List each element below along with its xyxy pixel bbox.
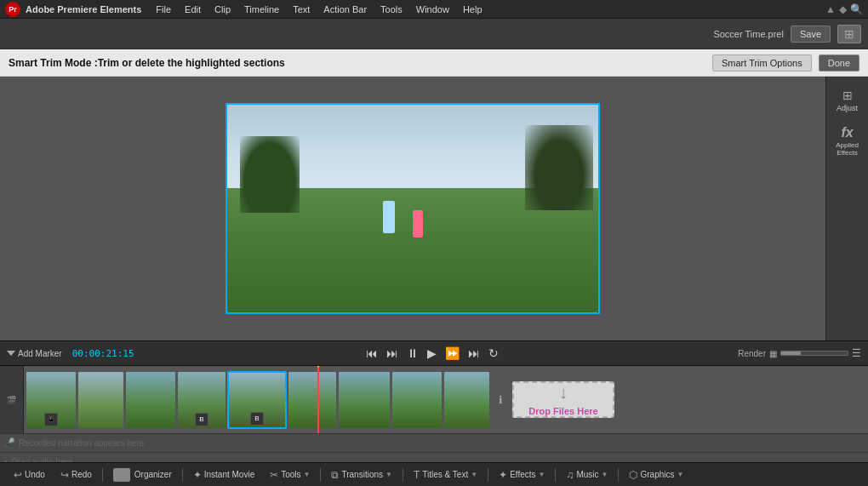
tree-left — [240, 136, 300, 213]
playhead[interactable] — [317, 366, 319, 433]
render-progress-bar — [780, 351, 848, 356]
applied-effects-label: Applied Effects — [832, 141, 863, 157]
graphics-icon: ⬡ — [629, 469, 637, 481]
clip-2-thumbnail — [78, 372, 123, 428]
menu-file[interactable]: File — [150, 3, 177, 16]
tools-arrow: ▼ — [304, 471, 311, 478]
minimize-icon[interactable]: ▲ — [825, 3, 836, 15]
playhead-top — [313, 366, 323, 368]
music-arrow: ▼ — [602, 471, 608, 478]
redo-icon: ↪ — [60, 469, 69, 481]
menu-text[interactable]: Text — [287, 3, 316, 16]
play-button[interactable]: ▶ — [425, 345, 439, 362]
narration-label: Recorded narration appears here — [19, 438, 144, 448]
titles-button[interactable]: T Titles & Text ▼ — [407, 466, 484, 483]
effects-arrow: ▼ — [539, 471, 545, 478]
tools-icon: ✂ — [270, 469, 278, 481]
video-track-icon: 🎬 — [7, 396, 16, 404]
graphics-button[interactable]: ⬡ Graphics ▼ — [622, 466, 690, 483]
menu-action-bar[interactable]: Action Bar — [317, 3, 373, 16]
clip-3[interactable] — [125, 371, 176, 429]
clip-5-icon: B — [250, 412, 264, 426]
divider-5 — [488, 468, 488, 482]
done-button[interactable]: Done — [819, 54, 859, 71]
narration-track: 🎤 Recorded narration appears here — [0, 434, 868, 453]
menu-tools[interactable]: Tools — [374, 3, 408, 16]
render-section: Render ▦ ☰ — [738, 347, 861, 359]
undo-label: Undo — [25, 470, 45, 479]
search-icon[interactable]: 🔍 — [850, 3, 863, 15]
track-info-icon[interactable]: ℹ — [492, 394, 509, 406]
effects-button[interactable]: ✦ Effects ▼ — [492, 466, 551, 483]
loop-button[interactable]: ↻ — [486, 345, 501, 362]
tree-right — [525, 125, 593, 210]
adjust-icon: ⊞ — [839, 89, 856, 102]
divider-4 — [403, 468, 403, 482]
timecode-display: 00:00:21:15 — [72, 348, 134, 359]
clip-2[interactable] — [77, 371, 124, 429]
render-menu-icon[interactable]: ☰ — [852, 347, 861, 359]
clip-6[interactable] — [288, 371, 337, 429]
save-button[interactable]: Save — [791, 26, 831, 43]
video-track: 🎬 📱 B — [0, 366, 868, 434]
frame-back-button[interactable]: ⏸ — [404, 345, 421, 362]
graphics-arrow: ▼ — [677, 471, 684, 478]
skip-to-end-button[interactable]: ⏭ — [465, 345, 483, 362]
menu-edit[interactable]: Edit — [179, 3, 207, 16]
project-name: Soccer Time.prel — [713, 29, 784, 39]
clip-8[interactable] — [391, 371, 443, 429]
render-label: Render — [738, 349, 766, 358]
drop-files-panel[interactable]: ↓ Drop Files Here — [512, 381, 614, 418]
clip-9[interactable] — [443, 371, 490, 429]
divider-7 — [618, 468, 619, 482]
render-progress-fill — [781, 352, 801, 355]
transport-bar: Add Marker 00:00:21:15 ⏮ ⏭ ⏸ ▶ ⏩ ⏭ ↻ Ren… — [0, 340, 868, 366]
video-frame — [226, 103, 600, 314]
video-track-label: 🎬 — [0, 366, 24, 433]
menu-bar: Pr Adobe Premiere Elements File Edit Cli… — [0, 0, 868, 19]
clip-7[interactable] — [338, 371, 391, 429]
menu-help[interactable]: Help — [457, 3, 488, 16]
clip-5-selected[interactable]: B — [227, 371, 287, 429]
clip-8-thumbnail — [392, 372, 442, 428]
menu-clip[interactable]: Clip — [208, 3, 237, 16]
effects-label: Effects — [510, 470, 535, 479]
adjust-label: Adjust — [837, 104, 858, 112]
clip-4[interactable]: B — [177, 371, 226, 429]
menu-window[interactable]: Window — [410, 3, 455, 16]
undo-icon: ↩ — [14, 469, 22, 481]
transitions-button[interactable]: ⧉ Transitions ▼ — [324, 466, 398, 483]
add-marker-label: Add Marker — [18, 349, 62, 358]
window-controls: ▲ ◆ 🔍 — [825, 3, 863, 15]
render-icon: ▦ — [769, 349, 777, 358]
drop-arrow-icon: ↓ — [559, 383, 568, 403]
instant-movie-button[interactable]: ✦ Instant Movie — [186, 466, 261, 483]
applied-effects-button[interactable]: fx Applied Effects — [831, 123, 865, 160]
adjust-button[interactable]: ⊞ Adjust — [831, 85, 865, 116]
music-label: Music — [576, 470, 598, 479]
add-marker-button[interactable]: Add Marker — [7, 349, 62, 358]
titles-arrow: ▼ — [471, 471, 477, 478]
clip-4-icon: B — [195, 413, 208, 426]
clip-1-icon: 📱 — [44, 413, 58, 426]
transitions-icon: ⧉ — [331, 469, 339, 481]
frame-fwd-button[interactable]: ⏩ — [443, 345, 462, 362]
undo-button[interactable]: ↩ Undo — [7, 466, 52, 483]
narration-icon: 🎤 — [3, 437, 15, 449]
smart-trim-options-button[interactable]: Smart Trim Options — [712, 54, 812, 71]
redo-button[interactable]: ↪ Redo — [54, 466, 99, 483]
workspace-icon[interactable]: ⊞ — [837, 25, 861, 43]
music-button[interactable]: ♫ Music ▼ — [559, 466, 614, 483]
organizer-button[interactable]: Organizer — [106, 466, 179, 484]
fx-icon: fx — [839, 126, 856, 140]
music-icon: ♫ — [566, 469, 574, 481]
clip-1[interactable]: 📱 — [26, 371, 77, 429]
title-bar: Soccer Time.prel Save ⊞ — [0, 19, 868, 49]
maximize-icon[interactable]: ◆ — [839, 3, 847, 15]
menu-timeline[interactable]: Timeline — [238, 3, 285, 16]
skip-to-start-button[interactable]: ⏮ — [363, 345, 380, 362]
titles-label: Titles & Text — [422, 470, 468, 479]
app-name: Adobe Premiere Elements — [26, 4, 141, 14]
tools-button[interactable]: ✂ Tools ▼ — [263, 466, 317, 483]
step-back-button[interactable]: ⏭ — [384, 345, 401, 362]
